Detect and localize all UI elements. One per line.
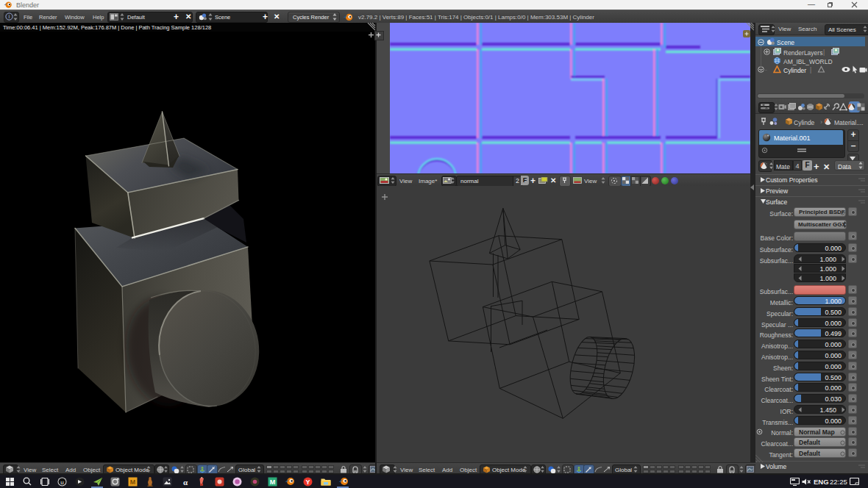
svg-text:M: M xyxy=(130,478,136,486)
svg-text:α: α xyxy=(183,478,188,487)
svg-text:Y: Y xyxy=(305,478,310,486)
svg-text:M: M xyxy=(270,478,276,486)
svg-text:u: u xyxy=(60,479,63,486)
svg-text:i: i xyxy=(9,13,10,20)
